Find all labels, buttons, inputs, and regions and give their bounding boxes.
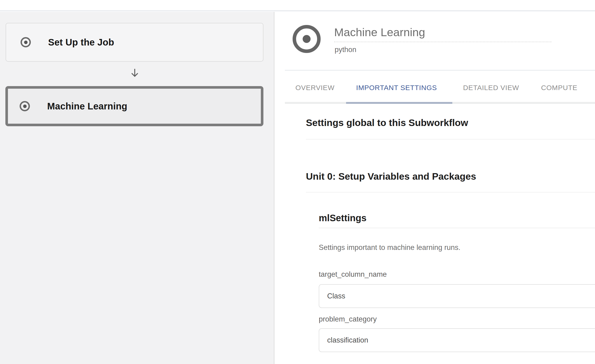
app-screen: Set Up the Job Machine Learning Machine … [0, 0, 595, 364]
arrow-down-icon [131, 68, 139, 77]
problem-category-label: problem_category [319, 315, 377, 324]
ml-settings-heading: mlSettings [319, 213, 366, 223]
tab-detailed-view[interactable]: DETAILED VIEW [463, 84, 519, 92]
node-type-icon [293, 25, 321, 53]
radio-icon [20, 101, 30, 111]
divider [319, 228, 595, 228]
tabs-top-border [285, 70, 595, 70]
workflow-step-label: Set Up the Job [48, 37, 114, 48]
workflow-panel: Set Up the Job Machine Learning [0, 12, 274, 364]
target-column-name-label: target_column_name [319, 270, 387, 279]
tab-overview[interactable]: OVERVIEW [295, 84, 335, 92]
tab-active-indicator [346, 102, 452, 104]
node-subtitle: python [335, 45, 356, 54]
detail-panel: Machine Learning python OVERVIEW IMPORTA… [274, 12, 595, 364]
workflow-step-machine-learning[interactable]: Machine Learning [5, 86, 263, 126]
divider [306, 192, 595, 192]
tab-important-settings[interactable]: IMPORTANT SETTINGS [356, 84, 437, 92]
ml-settings-description: Settings important to machine learning r… [319, 243, 460, 252]
workflow-step-setup[interactable]: Set Up the Job [6, 23, 263, 62]
title-dotted-underline [334, 41, 551, 42]
radio-icon [21, 37, 31, 47]
tab-compute[interactable]: COMPUTE [541, 84, 577, 92]
workflow-step-label: Machine Learning [47, 101, 127, 111]
problem-category-input[interactable] [319, 328, 595, 352]
unit-heading: Unit 0: Setup Variables and Packages [306, 171, 476, 182]
top-bar [0, 0, 595, 11]
divider [306, 139, 595, 139]
node-title[interactable]: Machine Learning [334, 25, 425, 39]
target-column-name-input[interactable] [319, 284, 595, 308]
global-settings-heading: Settings global to this Subworkflow [306, 117, 468, 128]
